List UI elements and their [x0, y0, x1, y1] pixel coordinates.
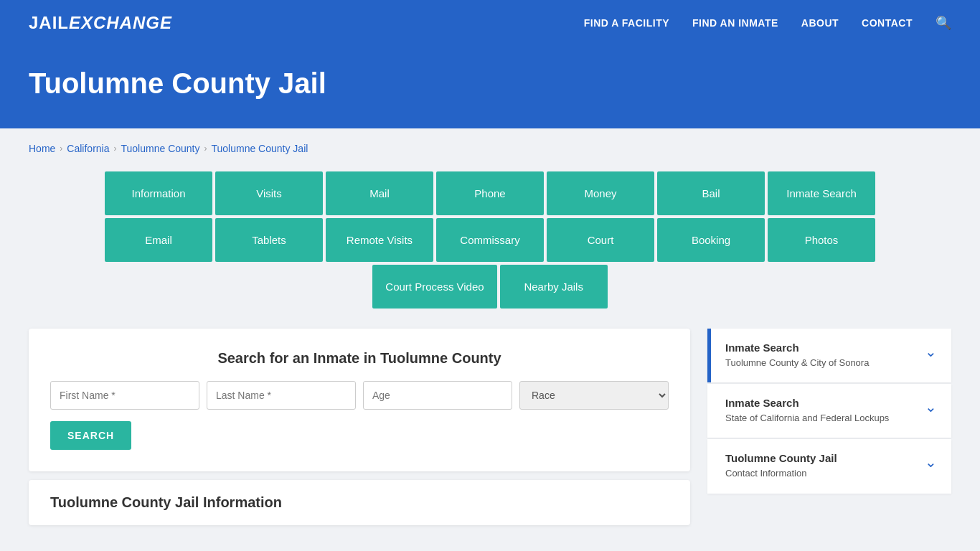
sidebar-title-0: Inmate Search — [725, 342, 916, 354]
chevron-icon-1: ⌄ — [925, 398, 937, 415]
age-input[interactable] — [363, 381, 512, 410]
nav-find-facility[interactable]: FIND A FACILITY — [584, 17, 669, 29]
btn-information[interactable]: Information — [105, 171, 212, 215]
btn-nearby-jails[interactable]: Nearby Jails — [500, 265, 608, 309]
btn-phone[interactable]: Phone — [436, 171, 544, 215]
btn-remote-visits[interactable]: Remote Visits — [326, 218, 433, 262]
nav-row-3: Court Process Video Nearby Jails — [372, 265, 607, 309]
last-name-input[interactable] — [207, 381, 356, 410]
race-select[interactable]: Race White Black Hispanic Asian Other — [519, 381, 669, 410]
btn-court[interactable]: Court — [547, 218, 654, 262]
btn-bail[interactable]: Bail — [657, 171, 765, 215]
breadcrumb: Home › California › Tuolumne County › Tu… — [29, 143, 951, 154]
page-title: Tuolumne County Jail — [29, 67, 951, 100]
header: JAILEXCHANGE FIND A FACILITY FIND AN INM… — [0, 0, 980, 46]
info-heading-box: Tuolumne County Jail Information — [29, 480, 690, 525]
chevron-icon-0: ⌄ — [925, 343, 937, 360]
btn-visits[interactable]: Visits — [215, 171, 323, 215]
inmate-search-box: Search for an Inmate in Tuolumne County … — [29, 329, 690, 471]
nav-contact[interactable]: CONTACT — [862, 17, 913, 29]
btn-inmate-search[interactable]: Inmate Search — [768, 171, 875, 215]
breadcrumb-sep-1: › — [60, 143, 62, 154]
chevron-icon-2: ⌄ — [925, 453, 937, 471]
sidebar: Inmate Search Tuolumne County & City of … — [707, 329, 951, 494]
sidebar-subtitle-2: Contact Information — [725, 467, 916, 480]
btn-tablets[interactable]: Tablets — [215, 218, 323, 262]
hero-banner: Tuolumne County Jail — [0, 46, 980, 128]
sidebar-subtitle-1: State of California and Federal Lockups — [725, 412, 916, 425]
info-heading-title: Tuolumne County Jail Information — [50, 494, 669, 511]
sidebar-title-1: Inmate Search — [725, 397, 916, 409]
sidebar-text-2: Tuolumne County Jail Contact Information — [725, 452, 916, 480]
sidebar-text-0: Inmate Search Tuolumne County & City of … — [725, 342, 916, 369]
search-fields: Race White Black Hispanic Asian Other — [50, 381, 669, 410]
nav-row-2: Email Tablets Remote Visits Commissary C… — [105, 218, 875, 262]
btn-booking[interactable]: Booking — [657, 218, 765, 262]
left-content: Search for an Inmate in Tuolumne County … — [29, 329, 690, 525]
nav-about[interactable]: ABOUT — [801, 17, 839, 29]
sidebar-item-1[interactable]: Inmate Search State of California and Fe… — [707, 384, 951, 438]
nav-row-1: Information Visits Mail Phone Money Bail… — [105, 171, 875, 215]
btn-court-process-video[interactable]: Court Process Video — [372, 265, 496, 309]
breadcrumb-tuolumne-county[interactable]: Tuolumne County — [121, 143, 200, 154]
sidebar-item-0[interactable]: Inmate Search Tuolumne County & City of … — [707, 329, 951, 382]
btn-commissary[interactable]: Commissary — [436, 218, 544, 262]
breadcrumb-california[interactable]: California — [67, 143, 109, 154]
first-name-input[interactable] — [50, 381, 199, 410]
nav-buttons-grid: Information Visits Mail Phone Money Bail… — [29, 171, 951, 309]
breadcrumb-home[interactable]: Home — [29, 143, 55, 154]
search-button[interactable]: SEARCH — [50, 421, 131, 450]
btn-mail[interactable]: Mail — [326, 171, 433, 215]
breadcrumb-current: Tuolumne County Jail — [211, 143, 308, 154]
btn-money[interactable]: Money — [547, 171, 654, 215]
breadcrumb-sep-3: › — [204, 143, 207, 154]
btn-photos[interactable]: Photos — [768, 218, 875, 262]
sidebar-title-2: Tuolumne County Jail — [725, 452, 916, 464]
nav-find-inmate[interactable]: FIND AN INMATE — [692, 17, 778, 29]
logo[interactable]: JAILEXCHANGE — [29, 13, 172, 33]
search-icon-button[interactable]: 🔍 — [936, 15, 951, 31]
lower-section: Search for an Inmate in Tuolumne County … — [29, 329, 951, 525]
sidebar-subtitle-0: Tuolumne County & City of Sonora — [725, 357, 916, 369]
sidebar-text-1: Inmate Search State of California and Fe… — [725, 397, 916, 425]
sidebar-item-2[interactable]: Tuolumne County Jail Contact Information… — [707, 439, 951, 493]
breadcrumb-sep-2: › — [114, 143, 117, 154]
main-container: Home › California › Tuolumne County › Tu… — [0, 128, 980, 551]
btn-email[interactable]: Email — [105, 218, 212, 262]
search-title: Search for an Inmate in Tuolumne County — [50, 350, 669, 367]
main-nav: FIND A FACILITY FIND AN INMATE ABOUT CON… — [584, 15, 951, 31]
